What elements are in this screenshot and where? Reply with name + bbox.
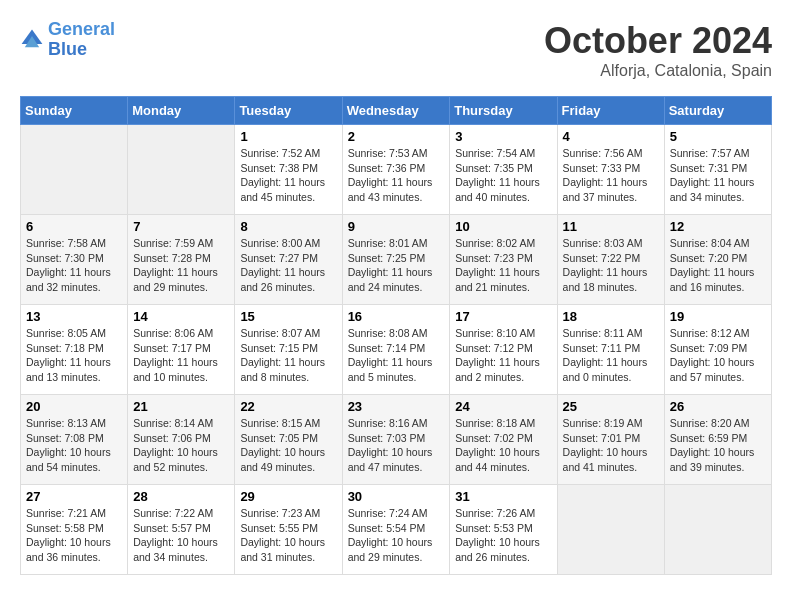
day-number: 14	[133, 309, 229, 324]
day-info: Sunrise: 8:00 AM Sunset: 7:27 PM Dayligh…	[240, 236, 336, 295]
day-info: Sunrise: 8:16 AM Sunset: 7:03 PM Dayligh…	[348, 416, 445, 475]
calendar-header-row: Sunday Monday Tuesday Wednesday Thursday…	[21, 97, 772, 125]
calendar-cell: 3Sunrise: 7:54 AM Sunset: 7:35 PM Daylig…	[450, 125, 557, 215]
day-info: Sunrise: 8:19 AM Sunset: 7:01 PM Dayligh…	[563, 416, 659, 475]
day-number: 8	[240, 219, 336, 234]
day-number: 7	[133, 219, 229, 234]
day-number: 4	[563, 129, 659, 144]
day-info: Sunrise: 8:20 AM Sunset: 6:59 PM Dayligh…	[670, 416, 766, 475]
calendar-cell: 26Sunrise: 8:20 AM Sunset: 6:59 PM Dayli…	[664, 395, 771, 485]
calendar-cell: 20Sunrise: 8:13 AM Sunset: 7:08 PM Dayli…	[21, 395, 128, 485]
day-number: 9	[348, 219, 445, 234]
calendar-cell: 22Sunrise: 8:15 AM Sunset: 7:05 PM Dayli…	[235, 395, 342, 485]
day-number: 3	[455, 129, 551, 144]
day-info: Sunrise: 7:26 AM Sunset: 5:53 PM Dayligh…	[455, 506, 551, 565]
day-info: Sunrise: 7:59 AM Sunset: 7:28 PM Dayligh…	[133, 236, 229, 295]
location: Alforja, Catalonia, Spain	[544, 62, 772, 80]
logo: General Blue	[20, 20, 115, 60]
calendar-cell	[21, 125, 128, 215]
day-number: 31	[455, 489, 551, 504]
day-number: 11	[563, 219, 659, 234]
calendar-cell: 8Sunrise: 8:00 AM Sunset: 7:27 PM Daylig…	[235, 215, 342, 305]
header-monday: Monday	[128, 97, 235, 125]
day-number: 10	[455, 219, 551, 234]
day-number: 19	[670, 309, 766, 324]
calendar-cell: 2Sunrise: 7:53 AM Sunset: 7:36 PM Daylig…	[342, 125, 450, 215]
title-area: October 2024 Alforja, Catalonia, Spain	[544, 20, 772, 80]
day-info: Sunrise: 8:08 AM Sunset: 7:14 PM Dayligh…	[348, 326, 445, 385]
day-info: Sunrise: 8:18 AM Sunset: 7:02 PM Dayligh…	[455, 416, 551, 475]
calendar-cell	[557, 485, 664, 575]
calendar-cell: 5Sunrise: 7:57 AM Sunset: 7:31 PM Daylig…	[664, 125, 771, 215]
calendar-cell: 23Sunrise: 8:16 AM Sunset: 7:03 PM Dayli…	[342, 395, 450, 485]
calendar-cell: 28Sunrise: 7:22 AM Sunset: 5:57 PM Dayli…	[128, 485, 235, 575]
day-number: 18	[563, 309, 659, 324]
day-info: Sunrise: 8:04 AM Sunset: 7:20 PM Dayligh…	[670, 236, 766, 295]
day-info: Sunrise: 8:15 AM Sunset: 7:05 PM Dayligh…	[240, 416, 336, 475]
day-info: Sunrise: 8:12 AM Sunset: 7:09 PM Dayligh…	[670, 326, 766, 385]
calendar-cell: 15Sunrise: 8:07 AM Sunset: 7:15 PM Dayli…	[235, 305, 342, 395]
day-info: Sunrise: 7:57 AM Sunset: 7:31 PM Dayligh…	[670, 146, 766, 205]
day-number: 24	[455, 399, 551, 414]
calendar-cell: 13Sunrise: 8:05 AM Sunset: 7:18 PM Dayli…	[21, 305, 128, 395]
day-info: Sunrise: 7:22 AM Sunset: 5:57 PM Dayligh…	[133, 506, 229, 565]
week-row-1: 1Sunrise: 7:52 AM Sunset: 7:38 PM Daylig…	[21, 125, 772, 215]
day-info: Sunrise: 7:54 AM Sunset: 7:35 PM Dayligh…	[455, 146, 551, 205]
week-row-5: 27Sunrise: 7:21 AM Sunset: 5:58 PM Dayli…	[21, 485, 772, 575]
day-number: 17	[455, 309, 551, 324]
calendar-cell: 30Sunrise: 7:24 AM Sunset: 5:54 PM Dayli…	[342, 485, 450, 575]
calendar-cell: 18Sunrise: 8:11 AM Sunset: 7:11 PM Dayli…	[557, 305, 664, 395]
logo-text: General Blue	[48, 20, 115, 60]
calendar-cell: 10Sunrise: 8:02 AM Sunset: 7:23 PM Dayli…	[450, 215, 557, 305]
day-info: Sunrise: 8:06 AM Sunset: 7:17 PM Dayligh…	[133, 326, 229, 385]
calendar-cell: 1Sunrise: 7:52 AM Sunset: 7:38 PM Daylig…	[235, 125, 342, 215]
day-info: Sunrise: 8:01 AM Sunset: 7:25 PM Dayligh…	[348, 236, 445, 295]
calendar-cell: 6Sunrise: 7:58 AM Sunset: 7:30 PM Daylig…	[21, 215, 128, 305]
calendar-cell: 27Sunrise: 7:21 AM Sunset: 5:58 PM Dayli…	[21, 485, 128, 575]
day-number: 26	[670, 399, 766, 414]
day-number: 23	[348, 399, 445, 414]
day-number: 29	[240, 489, 336, 504]
day-number: 20	[26, 399, 122, 414]
day-number: 15	[240, 309, 336, 324]
day-number: 16	[348, 309, 445, 324]
day-info: Sunrise: 8:10 AM Sunset: 7:12 PM Dayligh…	[455, 326, 551, 385]
week-row-4: 20Sunrise: 8:13 AM Sunset: 7:08 PM Dayli…	[21, 395, 772, 485]
day-info: Sunrise: 7:21 AM Sunset: 5:58 PM Dayligh…	[26, 506, 122, 565]
header-sunday: Sunday	[21, 97, 128, 125]
day-info: Sunrise: 8:05 AM Sunset: 7:18 PM Dayligh…	[26, 326, 122, 385]
day-number: 22	[240, 399, 336, 414]
calendar-cell: 31Sunrise: 7:26 AM Sunset: 5:53 PM Dayli…	[450, 485, 557, 575]
day-info: Sunrise: 7:23 AM Sunset: 5:55 PM Dayligh…	[240, 506, 336, 565]
calendar-cell: 14Sunrise: 8:06 AM Sunset: 7:17 PM Dayli…	[128, 305, 235, 395]
day-info: Sunrise: 7:56 AM Sunset: 7:33 PM Dayligh…	[563, 146, 659, 205]
day-info: Sunrise: 8:03 AM Sunset: 7:22 PM Dayligh…	[563, 236, 659, 295]
day-number: 5	[670, 129, 766, 144]
header-friday: Friday	[557, 97, 664, 125]
day-info: Sunrise: 8:11 AM Sunset: 7:11 PM Dayligh…	[563, 326, 659, 385]
day-info: Sunrise: 7:24 AM Sunset: 5:54 PM Dayligh…	[348, 506, 445, 565]
calendar-cell	[664, 485, 771, 575]
day-info: Sunrise: 8:07 AM Sunset: 7:15 PM Dayligh…	[240, 326, 336, 385]
day-number: 2	[348, 129, 445, 144]
day-number: 12	[670, 219, 766, 234]
day-number: 1	[240, 129, 336, 144]
calendar-cell: 17Sunrise: 8:10 AM Sunset: 7:12 PM Dayli…	[450, 305, 557, 395]
calendar-cell: 24Sunrise: 8:18 AM Sunset: 7:02 PM Dayli…	[450, 395, 557, 485]
header-saturday: Saturday	[664, 97, 771, 125]
day-info: Sunrise: 8:14 AM Sunset: 7:06 PM Dayligh…	[133, 416, 229, 475]
day-number: 28	[133, 489, 229, 504]
header-wednesday: Wednesday	[342, 97, 450, 125]
calendar-cell: 19Sunrise: 8:12 AM Sunset: 7:09 PM Dayli…	[664, 305, 771, 395]
calendar-cell: 29Sunrise: 7:23 AM Sunset: 5:55 PM Dayli…	[235, 485, 342, 575]
calendar-cell	[128, 125, 235, 215]
day-info: Sunrise: 7:53 AM Sunset: 7:36 PM Dayligh…	[348, 146, 445, 205]
calendar-cell: 4Sunrise: 7:56 AM Sunset: 7:33 PM Daylig…	[557, 125, 664, 215]
day-info: Sunrise: 8:13 AM Sunset: 7:08 PM Dayligh…	[26, 416, 122, 475]
week-row-3: 13Sunrise: 8:05 AM Sunset: 7:18 PM Dayli…	[21, 305, 772, 395]
calendar-cell: 12Sunrise: 8:04 AM Sunset: 7:20 PM Dayli…	[664, 215, 771, 305]
day-info: Sunrise: 8:02 AM Sunset: 7:23 PM Dayligh…	[455, 236, 551, 295]
day-number: 13	[26, 309, 122, 324]
day-number: 25	[563, 399, 659, 414]
calendar-cell: 16Sunrise: 8:08 AM Sunset: 7:14 PM Dayli…	[342, 305, 450, 395]
